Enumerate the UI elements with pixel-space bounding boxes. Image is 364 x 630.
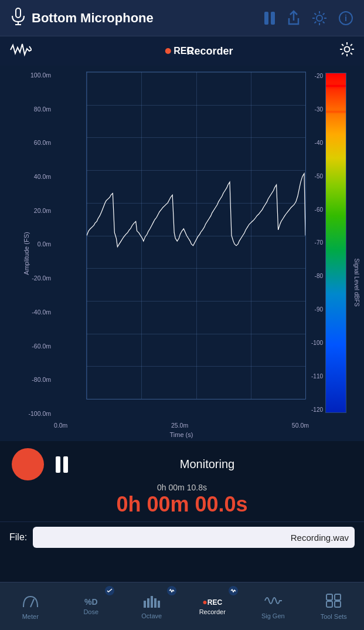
record-button[interactable] bbox=[12, 448, 44, 480]
waveform-icon bbox=[9, 42, 32, 61]
nav-recorder-label: Recorder bbox=[199, 608, 226, 615]
dose-badge bbox=[105, 586, 114, 595]
svg-rect-16 bbox=[335, 594, 341, 600]
level-tick-1: -30 bbox=[315, 106, 323, 113]
page-title: Bottom Microphone bbox=[32, 11, 263, 26]
svg-line-9 bbox=[30, 599, 34, 607]
level-gradient bbox=[326, 73, 346, 412]
file-input[interactable] bbox=[33, 527, 355, 548]
x-tick-1: 25.0m bbox=[171, 422, 188, 429]
bottom-nav: Meter %D Dose Octave ●REC Recorder Sig G… bbox=[0, 582, 364, 630]
rec-dot bbox=[165, 48, 171, 54]
y-tick-2: 60.0m bbox=[34, 139, 51, 146]
info-button[interactable]: i bbox=[338, 11, 353, 26]
file-section: File: bbox=[0, 521, 364, 553]
waveform-chart bbox=[87, 72, 305, 399]
level-tick-8: -100 bbox=[311, 340, 323, 346]
y-tick-4: 20.0m bbox=[34, 207, 51, 214]
monitoring-label: Monitoring bbox=[62, 458, 352, 471]
y-tick-10: -100.0m bbox=[28, 410, 51, 417]
share-button[interactable] bbox=[287, 10, 301, 26]
chart-wrapper: 100.0m 80.0m 60.0m 40.0m 20.0m 0.0m -20.… bbox=[23, 72, 309, 438]
svg-rect-0 bbox=[16, 8, 21, 18]
y-axis-ticks: 100.0m 80.0m 60.0m 40.0m 20.0m 0.0m -20.… bbox=[23, 72, 54, 417]
nav-recorder[interactable]: ●REC Recorder bbox=[182, 582, 243, 630]
recorder-badge bbox=[229, 586, 238, 595]
x-axis-label: Time (s) bbox=[54, 431, 309, 438]
level-bar bbox=[325, 73, 346, 413]
level-meter: -20 -30 -40 -50 -60 -70 -80 -90 -100 -11… bbox=[311, 72, 358, 438]
timer-main: 0h 00m 00.0s bbox=[116, 492, 247, 517]
y-tick-6: -20.0m bbox=[32, 275, 51, 282]
timer-elapsed: 0h 00m 10.8s bbox=[157, 483, 207, 492]
svg-rect-15 bbox=[326, 594, 332, 600]
nav-octave[interactable]: Octave bbox=[121, 582, 182, 630]
level-tick-9: -110 bbox=[311, 373, 323, 380]
nav-siggen[interactable]: Sig Gen bbox=[243, 582, 304, 630]
svg-rect-12 bbox=[151, 596, 153, 608]
level-warn-line bbox=[326, 111, 346, 113]
dose-icon: %D bbox=[84, 598, 98, 606]
toolbar-title: Recorder bbox=[186, 45, 233, 57]
y-tick-7: -40.0m bbox=[32, 309, 51, 316]
level-tick-2: -40 bbox=[315, 140, 323, 146]
controls-row: Monitoring bbox=[12, 448, 352, 480]
recorder-settings-button[interactable] bbox=[339, 42, 355, 60]
mic-icon bbox=[11, 8, 26, 29]
controls-section: Monitoring 0h 00m 10.8s 0h 00m 00.0s bbox=[0, 441, 364, 521]
meter-icon bbox=[22, 593, 39, 611]
octave-icon bbox=[143, 594, 161, 610]
svg-rect-11 bbox=[147, 598, 149, 608]
nav-octave-label: Octave bbox=[141, 612, 162, 619]
y-tick-3: 40.0m bbox=[34, 173, 51, 180]
y-tick-1: 80.0m bbox=[34, 106, 51, 113]
toolbar: REC Recorder bbox=[0, 36, 364, 66]
nav-meter-label: Meter bbox=[22, 613, 39, 620]
svg-point-5 bbox=[317, 15, 322, 21]
level-tick-3: -50 bbox=[315, 173, 323, 179]
level-tick-7: -90 bbox=[315, 306, 323, 313]
svg-rect-3 bbox=[264, 12, 268, 25]
y-tick-9: -80.0m bbox=[32, 376, 51, 383]
nav-dose-label: Dose bbox=[83, 608, 98, 615]
y-tick-8: -60.0m bbox=[32, 343, 51, 350]
level-meter-label: Signal Level dBFS bbox=[353, 258, 359, 306]
x-tick-2: 50.0m bbox=[292, 422, 309, 429]
svg-rect-4 bbox=[271, 12, 275, 25]
nav-dose[interactable]: %D Dose bbox=[61, 582, 122, 630]
nav-siggen-label: Sig Gen bbox=[261, 612, 285, 619]
timer-section: 0h 00m 10.8s 0h 00m 00.0s bbox=[116, 483, 247, 517]
nav-meter[interactable]: Meter bbox=[0, 582, 61, 630]
chart-plot bbox=[86, 72, 306, 399]
nav-toolsets[interactable]: Tool Sets bbox=[304, 582, 365, 630]
level-peak-line bbox=[326, 85, 346, 87]
settings-button[interactable] bbox=[311, 10, 328, 26]
x-tick-0: 0.0m bbox=[54, 422, 67, 429]
level-tick-6: -80 bbox=[315, 273, 323, 279]
octave-badge bbox=[167, 586, 176, 595]
pause-button[interactable] bbox=[263, 11, 276, 26]
level-tick-0: -20 bbox=[315, 73, 323, 79]
header-actions: i bbox=[263, 10, 353, 26]
chart-area: Amplitude (FS) 100.0m 80.0m 60.0m 40.0m … bbox=[0, 66, 364, 441]
svg-text:i: i bbox=[345, 13, 347, 23]
svg-point-8 bbox=[345, 47, 350, 52]
svg-rect-17 bbox=[326, 601, 332, 607]
siggen-icon bbox=[264, 594, 282, 610]
svg-rect-14 bbox=[158, 601, 160, 608]
x-axis-ticks: 0.0m 25.0m 50.0m bbox=[54, 422, 309, 429]
svg-rect-13 bbox=[154, 598, 157, 608]
file-label: File: bbox=[9, 532, 27, 543]
level-tick-10: -120 bbox=[311, 407, 323, 413]
nav-toolsets-label: Tool Sets bbox=[321, 613, 347, 620]
recorder-nav-icon: ●REC bbox=[202, 598, 222, 606]
level-labels: -20 -30 -40 -50 -60 -70 -80 -90 -100 -11… bbox=[311, 73, 325, 413]
header: Bottom Microphone i bbox=[0, 0, 364, 36]
level-tick-4: -60 bbox=[315, 206, 323, 213]
level-tick-5: -70 bbox=[315, 239, 323, 246]
y-tick-0: 100.0m bbox=[30, 72, 51, 79]
svg-rect-18 bbox=[335, 601, 341, 607]
svg-rect-10 bbox=[144, 601, 146, 608]
toolsets-icon bbox=[325, 593, 342, 611]
y-tick-5: 0.0m bbox=[38, 241, 51, 248]
